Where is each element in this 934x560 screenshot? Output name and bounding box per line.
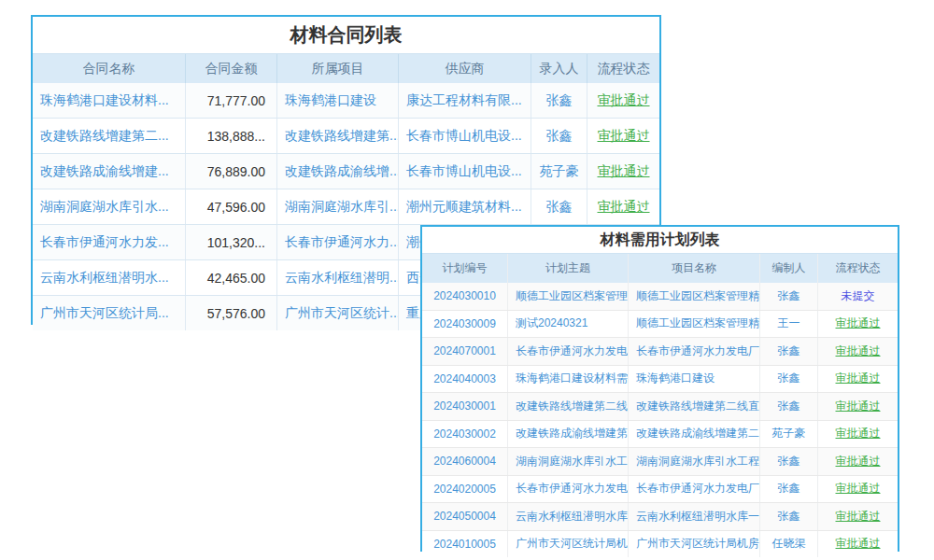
project-link[interactable]: 改建铁路线增建第... xyxy=(276,119,398,153)
table-row: 湖南洞庭湖水库引水... 47,596.00 湖南洞庭湖水库引... 潮州元顺建… xyxy=(33,189,659,224)
project-link[interactable]: 湖南洞庭湖水库引... xyxy=(276,189,398,224)
table-row: 2024030009 测试20240321 顺德工业园区档案管理精... 王一 … xyxy=(422,310,898,338)
recorder-link[interactable]: 张鑫 xyxy=(531,119,587,153)
status-badge[interactable]: 审批通过 xyxy=(817,393,898,420)
compiler-link[interactable]: 张鑫 xyxy=(759,476,817,503)
column-header-status: 流程状态 xyxy=(587,54,659,83)
contract-name-link[interactable]: 湖南洞庭湖水库引水... xyxy=(33,189,185,224)
plan-no-link[interactable]: 2024070001 xyxy=(422,338,507,365)
contract-name-link[interactable]: 改建铁路线增建第二... xyxy=(33,119,185,153)
plan-subject-link[interactable]: 改建铁路线增建第二线... xyxy=(507,393,628,420)
status-badge[interactable]: 审批通过 xyxy=(587,154,659,189)
contract-amount-value: 138,888... xyxy=(185,119,276,153)
plan-no-link[interactable]: 2024060004 xyxy=(422,448,507,475)
compiler-link[interactable]: 张鑫 xyxy=(759,283,817,310)
plan-no-link[interactable]: 2024030009 xyxy=(422,311,507,338)
project-link[interactable]: 长春市伊通河水力... xyxy=(276,225,398,259)
table-row: 珠海鹤港口建设材料... 71,777.00 珠海鹤港口建设 康达工程材料有限.… xyxy=(33,83,659,118)
plan-subject-link[interactable]: 改建铁路成渝线增建第... xyxy=(507,421,628,448)
plan-subject-link[interactable]: 顺德工业园区档案管理... xyxy=(507,283,628,310)
status-badge[interactable]: 审批通过 xyxy=(817,448,898,475)
contract-amount-value: 71,777.00 xyxy=(185,83,276,118)
project-name-link[interactable]: 顺德工业园区档案管理精... xyxy=(628,311,759,338)
plan-subject-link[interactable]: 测试20240321 xyxy=(507,311,628,338)
table-row: 2024010005 广州市天河区统计局机... 广州市天河区统计局机房... … xyxy=(422,530,898,558)
status-badge[interactable]: 审批通过 xyxy=(817,311,898,338)
contract-name-link[interactable]: 珠海鹤港口建设材料... xyxy=(33,83,185,118)
table-row: 2024030002 改建铁路成渝线增建第... 改建铁路成渝线增建第二... … xyxy=(422,420,898,448)
plan-table-body: 2024030010 顺德工业园区档案管理... 顺德工业园区档案管理精... … xyxy=(422,283,898,557)
recorder-link[interactable]: 苑子豪 xyxy=(531,154,587,189)
column-header-contract-name: 合同名称 xyxy=(33,54,185,83)
project-link[interactable]: 云南水利枢纽潜明... xyxy=(276,260,398,295)
status-badge[interactable]: 未提交 xyxy=(817,283,898,310)
plan-no-link[interactable]: 2024050004 xyxy=(422,503,507,530)
table-row: 2024060004 湖南洞庭湖水库引水工... 湖南洞庭湖水库引水工程... … xyxy=(422,447,898,475)
contract-name-link[interactable]: 云南水利枢纽潜明水... xyxy=(33,260,185,295)
plan-no-link[interactable]: 2024030001 xyxy=(422,393,507,420)
project-name-link[interactable]: 改建铁路成渝线增建第二... xyxy=(628,421,759,448)
project-name-link[interactable]: 长春市伊通河水力发电厂... xyxy=(628,338,759,365)
status-badge[interactable]: 审批通过 xyxy=(817,503,898,530)
status-badge[interactable]: 审批通过 xyxy=(587,189,659,224)
plan-no-link[interactable]: 2024010005 xyxy=(422,531,507,558)
status-badge[interactable]: 审批通过 xyxy=(817,366,898,393)
material-plan-list-panel: 材料需用计划列表 计划编号 计划主题 项目名称 编制人 流程状态 2024030… xyxy=(420,225,899,552)
plan-subject-link[interactable]: 云南水利枢纽潜明水库... xyxy=(507,503,628,530)
plan-subject-link[interactable]: 珠海鹤港口建设材料需... xyxy=(507,366,628,393)
project-name-link[interactable]: 顺德工业园区档案管理精... xyxy=(628,283,759,310)
table-row: 2024030001 改建铁路线增建第二线... 改建铁路线增建第二线直... … xyxy=(422,392,898,420)
status-badge[interactable]: 审批通过 xyxy=(817,338,898,365)
status-badge[interactable]: 审批通过 xyxy=(817,476,898,503)
compiler-link[interactable]: 张鑫 xyxy=(759,338,817,365)
project-link[interactable]: 改建铁路成渝线增... xyxy=(276,154,398,189)
column-header-plan-no: 计划编号 xyxy=(422,254,507,283)
project-name-link[interactable]: 云南水利枢纽潜明水库一... xyxy=(628,503,759,530)
project-name-link[interactable]: 改建铁路线增建第二线直... xyxy=(628,393,759,420)
project-name-link[interactable]: 湖南洞庭湖水库引水工程... xyxy=(628,448,759,475)
plan-no-link[interactable]: 2024030010 xyxy=(422,283,507,310)
column-header-plan-subject: 计划主题 xyxy=(507,254,628,283)
status-badge[interactable]: 审批通过 xyxy=(587,119,659,153)
compiler-link[interactable]: 苑子豪 xyxy=(759,421,817,448)
column-header-status: 流程状态 xyxy=(817,254,898,283)
column-header-contract-amount: 合同金额 xyxy=(185,54,276,83)
compiler-link[interactable]: 张鑫 xyxy=(759,503,817,530)
supplier-link[interactable]: 康达工程材料有限... xyxy=(398,83,531,118)
column-header-compiler: 编制人 xyxy=(759,254,817,283)
contract-amount-value: 47,596.00 xyxy=(185,189,276,224)
compiler-link[interactable]: 王一 xyxy=(759,311,817,338)
project-name-link[interactable]: 长春市伊通河水力发电厂... xyxy=(628,476,759,503)
plan-subject-link[interactable]: 长春市伊通河水力发电... xyxy=(507,338,628,365)
table-row: 2024050004 云南水利枢纽潜明水库... 云南水利枢纽潜明水库一... … xyxy=(422,502,898,530)
plan-no-link[interactable]: 2024030002 xyxy=(422,421,507,448)
status-badge[interactable]: 审批通过 xyxy=(817,421,898,448)
recorder-link[interactable]: 张鑫 xyxy=(531,189,587,224)
compiler-link[interactable]: 张鑫 xyxy=(759,448,817,475)
project-link[interactable]: 广州市天河区统计... xyxy=(276,296,398,330)
contract-table-header-row: 合同名称 合同金额 所属项目 供应商 录入人 流程状态 xyxy=(33,53,659,83)
plan-subject-link[interactable]: 广州市天河区统计局机... xyxy=(507,531,628,558)
recorder-link[interactable]: 张鑫 xyxy=(531,83,587,118)
compiler-link[interactable]: 张鑫 xyxy=(759,366,817,393)
column-header-project: 所属项目 xyxy=(276,54,398,83)
project-name-link[interactable]: 广州市天河区统计局机房... xyxy=(628,531,759,558)
supplier-link[interactable]: 长春市博山机电设... xyxy=(398,154,531,189)
contract-name-link[interactable]: 长春市伊通河水力发... xyxy=(33,225,185,259)
contract-name-link[interactable]: 改建铁路成渝线增建... xyxy=(33,154,185,189)
status-badge[interactable]: 审批通过 xyxy=(817,531,898,558)
contract-name-link[interactable]: 广州市天河区统计局... xyxy=(33,296,185,330)
compiler-link[interactable]: 任晓渠 xyxy=(759,531,817,558)
project-link[interactable]: 珠海鹤港口建设 xyxy=(276,83,398,118)
status-badge[interactable]: 审批通过 xyxy=(587,83,659,118)
supplier-link[interactable]: 潮州元顺建筑材料... xyxy=(398,189,531,224)
table-row: 2024040003 珠海鹤港口建设材料需... 珠海鹤港口建设 张鑫 审批通过 xyxy=(422,365,898,393)
compiler-link[interactable]: 张鑫 xyxy=(759,393,817,420)
project-name-link[interactable]: 珠海鹤港口建设 xyxy=(628,366,759,393)
plan-no-link[interactable]: 2024040003 xyxy=(422,366,507,393)
plan-no-link[interactable]: 2024020005 xyxy=(422,476,507,503)
plan-subject-link[interactable]: 长春市伊通河水力发电... xyxy=(507,476,628,503)
plan-subject-link[interactable]: 湖南洞庭湖水库引水工... xyxy=(507,448,628,475)
supplier-link[interactable]: 长春市博山机电设... xyxy=(398,119,531,153)
table-row: 2024030010 顺德工业园区档案管理... 顺德工业园区档案管理精... … xyxy=(422,283,898,310)
